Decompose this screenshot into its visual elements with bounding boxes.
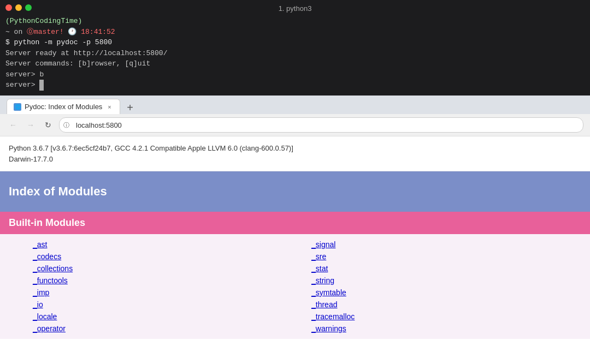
module-link-symtable[interactable]: _symtable [311, 287, 590, 299]
modules-grid: _ast _codecs _collections _functools _im… [0, 234, 590, 339]
terminal-server-ready: Server ready at http://localhost:5800/ [5, 49, 167, 57]
lock-icon: ⓘ [63, 121, 69, 129]
modules-col-left: _ast _codecs _collections _functools _im… [0, 236, 295, 337]
terminal-server-commands: Server commands: [b]rowser, [q]uit [5, 59, 150, 68]
module-link-ast[interactable]: _ast [33, 238, 295, 250]
module-link-collections[interactable]: _collections [33, 262, 295, 275]
browser-chrome: 🌐 Pydoc: Index of Modules × + ← → ↻ ⓘ [0, 96, 590, 136]
modules-col-right: _signal _sre _stat _string _symtable _th… [295, 236, 590, 337]
terminal-line-4: Server ready at http://localhost:5800/ [5, 48, 585, 59]
module-link-imp[interactable]: _imp [33, 287, 295, 299]
modules-header: Index of Modules [0, 171, 590, 212]
module-link-signal[interactable]: _signal [311, 238, 590, 250]
terminal-line-5: Server commands: [b]rowser, [q]uit [5, 58, 585, 69]
module-link-codecs[interactable]: _codecs [33, 250, 295, 262]
module-link-sre[interactable]: _sre [311, 250, 590, 262]
terminal-line-1: (PythonCodingTime) [5, 16, 585, 27]
terminal-close-light[interactable] [5, 4, 12, 11]
module-link-warnings[interactable]: _warnings [311, 323, 590, 335]
forward-button[interactable]: → [24, 118, 37, 132]
python-os-line: Darwin-17.7.0 [9, 154, 581, 165]
terminal-branch: ⓪master! [27, 28, 64, 36]
back-button[interactable]: ← [7, 118, 20, 132]
module-link-tracemalloc[interactable]: _tracemalloc [311, 311, 590, 323]
builtin-title: Built-in Modules [9, 217, 581, 229]
terminal-traffic-lights [5, 4, 32, 11]
terminal-titlebar: 1. python3 [5, 4, 585, 13]
new-tab-button[interactable]: + [122, 102, 138, 114]
tab-bar: 🌐 Pydoc: Index of Modules × + [0, 96, 590, 114]
browser-tab[interactable]: 🌐 Pydoc: Index of Modules × [7, 99, 120, 114]
module-link-stat[interactable]: _stat [311, 262, 590, 275]
module-link-locale[interactable]: _locale [33, 311, 295, 323]
python-version-bar: Python 3.6.7 [v3.6.7:6ec5cf24b7, GCC 4.2… [0, 136, 590, 171]
terminal-maximize-light[interactable] [25, 4, 32, 11]
python-version-line: Python 3.6.7 [v3.6.7:6ec5cf24b7, GCC 4.2… [9, 143, 581, 154]
terminal-command: $ python -m pydoc -p 5800 [5, 38, 112, 46]
address-input[interactable] [59, 117, 583, 133]
module-link-functools[interactable]: _functools [33, 275, 295, 287]
tab-close-button[interactable]: × [105, 103, 113, 111]
terminal-title: 1. python3 [279, 4, 312, 13]
terminal-minimize-light[interactable] [15, 4, 22, 11]
terminal-server-b: server> b [5, 70, 44, 79]
builtin-header: Built-in Modules [0, 212, 590, 234]
address-bar: ← → ↻ ⓘ [0, 114, 590, 136]
terminal-line-2: ~ on ⓪master! 🕐 18:41:52 [5, 27, 585, 38]
browser-content: Python 3.6.7 [v3.6.7:6ec5cf24b7, GCC 4.2… [0, 136, 590, 339]
module-link-string[interactable]: _string [311, 275, 590, 287]
terminal-window: 1. python3 (PythonCodingTime) ~ on ⓪mast… [0, 0, 590, 96]
address-wrapper: ⓘ [59, 117, 583, 133]
tab-favicon: 🌐 [14, 103, 21, 111]
terminal-line-6: server> b [5, 69, 585, 80]
terminal-body: (PythonCodingTime) ~ on ⓪master! 🕐 18:41… [5, 16, 585, 91]
terminal-server-prompt: server> [5, 81, 39, 89]
terminal-line-7: server> [5, 80, 585, 91]
terminal-cwd: ~ on [5, 28, 27, 36]
tab-label: Pydoc: Index of Modules [25, 103, 102, 111]
refresh-button[interactable]: ↻ [42, 118, 55, 132]
index-title: Index of Modules [9, 184, 581, 199]
module-link-thread[interactable]: _thread [311, 299, 590, 311]
module-link-io[interactable]: _io [33, 299, 295, 311]
module-link-operator[interactable]: _operator [33, 323, 295, 335]
terminal-time: 🕐 18:41:52 [68, 28, 115, 36]
terminal-prompt-prefix: (PythonCodingTime) [5, 17, 82, 25]
terminal-line-3: $ python -m pydoc -p 5800 [5, 37, 585, 48]
